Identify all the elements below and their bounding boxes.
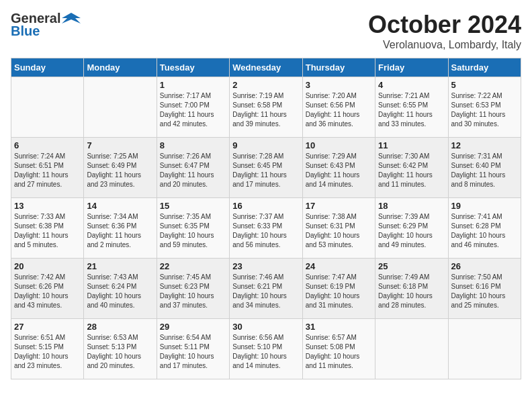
- calendar-cell: 20Sunrise: 7:42 AM Sunset: 6:26 PM Dayli…: [11, 259, 84, 319]
- calendar-cell: 7Sunrise: 7:25 AM Sunset: 6:49 PM Daylig…: [84, 138, 157, 198]
- calendar-cell: 8Sunrise: 7:26 AM Sunset: 6:47 PM Daylig…: [157, 138, 229, 198]
- cell-content: Sunrise: 7:21 AM Sunset: 6:55 PM Dayligh…: [378, 91, 445, 129]
- header-row: SundayMondayTuesdayWednesdayThursdayFrid…: [11, 58, 521, 77]
- calendar-cell: 3Sunrise: 7:20 AM Sunset: 6:56 PM Daylig…: [302, 77, 375, 138]
- calendar-cell: 10Sunrise: 7:29 AM Sunset: 6:43 PM Dayli…: [302, 138, 375, 198]
- day-number: 29: [160, 322, 226, 332]
- day-number: 5: [451, 80, 518, 90]
- day-number: 12: [451, 140, 518, 150]
- day-number: 27: [14, 322, 81, 332]
- location-title: Verolanuova, Lombardy, Italy: [368, 39, 521, 51]
- cell-content: Sunrise: 7:19 AM Sunset: 6:58 PM Dayligh…: [232, 91, 299, 129]
- calendar-cell: 27Sunrise: 6:51 AM Sunset: 5:15 PM Dayli…: [11, 319, 84, 379]
- day-number: 17: [306, 201, 372, 211]
- calendar-cell: 26Sunrise: 7:50 AM Sunset: 6:16 PM Dayli…: [448, 259, 521, 319]
- cell-content: Sunrise: 6:51 AM Sunset: 5:15 PM Dayligh…: [14, 333, 81, 371]
- header-cell-wednesday: Wednesday: [230, 58, 302, 77]
- calendar-cell: 25Sunrise: 7:49 AM Sunset: 6:18 PM Dayli…: [375, 259, 448, 319]
- cell-content: Sunrise: 7:42 AM Sunset: 6:26 PM Dayligh…: [14, 273, 81, 310]
- calendar-cell: 12Sunrise: 7:31 AM Sunset: 6:40 PM Dayli…: [448, 138, 521, 198]
- cell-content: Sunrise: 7:34 AM Sunset: 6:36 PM Dayligh…: [87, 212, 153, 250]
- calendar-cell: [84, 77, 157, 138]
- day-number: 9: [232, 140, 299, 150]
- calendar-cell: 31Sunrise: 6:57 AM Sunset: 5:08 PM Dayli…: [302, 319, 375, 379]
- calendar-cell: 6Sunrise: 7:24 AM Sunset: 6:51 PM Daylig…: [11, 138, 84, 198]
- cell-content: Sunrise: 7:17 AM Sunset: 7:00 PM Dayligh…: [160, 91, 226, 129]
- day-number: 24: [306, 261, 372, 271]
- day-number: 28: [87, 322, 153, 332]
- cell-content: Sunrise: 7:31 AM Sunset: 6:40 PM Dayligh…: [451, 152, 518, 189]
- cell-content: Sunrise: 7:43 AM Sunset: 6:24 PM Dayligh…: [87, 273, 153, 310]
- cell-content: Sunrise: 7:46 AM Sunset: 6:21 PM Dayligh…: [232, 273, 299, 310]
- day-number: 8: [160, 140, 226, 150]
- day-number: 30: [232, 322, 299, 332]
- calendar-cell: 5Sunrise: 7:22 AM Sunset: 6:53 PM Daylig…: [448, 77, 521, 138]
- day-number: 20: [14, 261, 81, 271]
- cell-content: Sunrise: 7:38 AM Sunset: 6:31 PM Dayligh…: [306, 212, 372, 250]
- cell-content: Sunrise: 6:57 AM Sunset: 5:08 PM Dayligh…: [306, 333, 372, 371]
- day-number: 14: [87, 201, 153, 211]
- header-cell-sunday: Sunday: [11, 58, 84, 77]
- calendar-cell: 18Sunrise: 7:39 AM Sunset: 6:29 PM Dayli…: [375, 198, 448, 259]
- week-row-1: 6Sunrise: 7:24 AM Sunset: 6:51 PM Daylig…: [11, 138, 521, 198]
- day-number: 23: [232, 261, 299, 271]
- cell-content: Sunrise: 7:24 AM Sunset: 6:51 PM Dayligh…: [14, 152, 81, 189]
- day-number: 3: [306, 80, 372, 90]
- day-number: 31: [306, 322, 372, 332]
- day-number: 16: [232, 201, 299, 211]
- cell-content: Sunrise: 7:25 AM Sunset: 6:49 PM Dayligh…: [87, 152, 153, 189]
- cell-content: Sunrise: 7:22 AM Sunset: 6:53 PM Dayligh…: [451, 91, 518, 129]
- day-number: 7: [87, 140, 153, 150]
- calendar-cell: 21Sunrise: 7:43 AM Sunset: 6:24 PM Dayli…: [84, 259, 157, 319]
- day-number: 11: [378, 140, 445, 150]
- calendar-cell: 30Sunrise: 6:56 AM Sunset: 5:10 PM Dayli…: [230, 319, 302, 379]
- day-number: 25: [378, 261, 445, 271]
- logo-bird-icon: [62, 11, 81, 26]
- day-number: 15: [160, 201, 226, 211]
- week-row-0: 1Sunrise: 7:17 AM Sunset: 7:00 PM Daylig…: [11, 77, 521, 138]
- day-number: 1: [160, 80, 226, 90]
- week-row-4: 27Sunrise: 6:51 AM Sunset: 5:15 PM Dayli…: [11, 319, 521, 379]
- calendar-cell: 11Sunrise: 7:30 AM Sunset: 6:42 PM Dayli…: [375, 138, 448, 198]
- calendar-cell: [448, 319, 521, 379]
- svg-marker-0: [62, 13, 81, 24]
- cell-content: Sunrise: 6:56 AM Sunset: 5:10 PM Dayligh…: [232, 333, 299, 371]
- cell-content: Sunrise: 7:33 AM Sunset: 6:38 PM Dayligh…: [14, 212, 81, 250]
- cell-content: Sunrise: 7:28 AM Sunset: 6:45 PM Dayligh…: [232, 152, 299, 189]
- cell-content: Sunrise: 6:54 AM Sunset: 5:11 PM Dayligh…: [160, 333, 226, 371]
- header-cell-tuesday: Tuesday: [157, 58, 229, 77]
- calendar-cell: 9Sunrise: 7:28 AM Sunset: 6:45 PM Daylig…: [230, 138, 302, 198]
- title-area: October 2024 Verolanuova, Lombardy, Ital…: [368, 11, 521, 51]
- week-row-3: 20Sunrise: 7:42 AM Sunset: 6:26 PM Dayli…: [11, 259, 521, 319]
- calendar-table: SundayMondayTuesdayWednesdayThursdayFrid…: [11, 58, 521, 379]
- calendar-cell: 15Sunrise: 7:35 AM Sunset: 6:35 PM Dayli…: [157, 198, 229, 259]
- day-number: 26: [451, 261, 518, 271]
- calendar-cell: 14Sunrise: 7:34 AM Sunset: 6:36 PM Dayli…: [84, 198, 157, 259]
- calendar-cell: 23Sunrise: 7:46 AM Sunset: 6:21 PM Dayli…: [230, 259, 302, 319]
- calendar-cell: 1Sunrise: 7:17 AM Sunset: 7:00 PM Daylig…: [157, 77, 229, 138]
- cell-content: Sunrise: 7:45 AM Sunset: 6:23 PM Dayligh…: [160, 273, 226, 310]
- cell-content: Sunrise: 7:29 AM Sunset: 6:43 PM Dayligh…: [306, 152, 372, 189]
- cell-content: Sunrise: 7:26 AM Sunset: 6:47 PM Dayligh…: [160, 152, 226, 189]
- calendar-cell: 4Sunrise: 7:21 AM Sunset: 6:55 PM Daylig…: [375, 77, 448, 138]
- calendar-cell: 17Sunrise: 7:38 AM Sunset: 6:31 PM Dayli…: [302, 198, 375, 259]
- calendar-cell: [11, 77, 84, 138]
- calendar-cell: 29Sunrise: 6:54 AM Sunset: 5:11 PM Dayli…: [157, 319, 229, 379]
- logo-blue-text: Blue: [11, 24, 40, 39]
- cell-content: Sunrise: 7:39 AM Sunset: 6:29 PM Dayligh…: [378, 212, 445, 250]
- cell-content: Sunrise: 7:47 AM Sunset: 6:19 PM Dayligh…: [306, 273, 372, 310]
- calendar-cell: 13Sunrise: 7:33 AM Sunset: 6:38 PM Dayli…: [11, 198, 84, 259]
- cell-content: Sunrise: 7:30 AM Sunset: 6:42 PM Dayligh…: [378, 152, 445, 189]
- header-cell-saturday: Saturday: [448, 58, 521, 77]
- header-cell-friday: Friday: [375, 58, 448, 77]
- logo: General Blue: [11, 11, 81, 39]
- cell-content: Sunrise: 7:41 AM Sunset: 6:28 PM Dayligh…: [451, 212, 518, 250]
- day-number: 18: [378, 201, 445, 211]
- cell-content: Sunrise: 7:35 AM Sunset: 6:35 PM Dayligh…: [160, 212, 226, 250]
- week-row-2: 13Sunrise: 7:33 AM Sunset: 6:38 PM Dayli…: [11, 198, 521, 259]
- calendar-header: SundayMondayTuesdayWednesdayThursdayFrid…: [11, 58, 521, 77]
- day-number: 10: [306, 140, 372, 150]
- calendar-cell: 24Sunrise: 7:47 AM Sunset: 6:19 PM Dayli…: [302, 259, 375, 319]
- month-title: October 2024: [368, 11, 521, 39]
- day-number: 2: [232, 80, 299, 90]
